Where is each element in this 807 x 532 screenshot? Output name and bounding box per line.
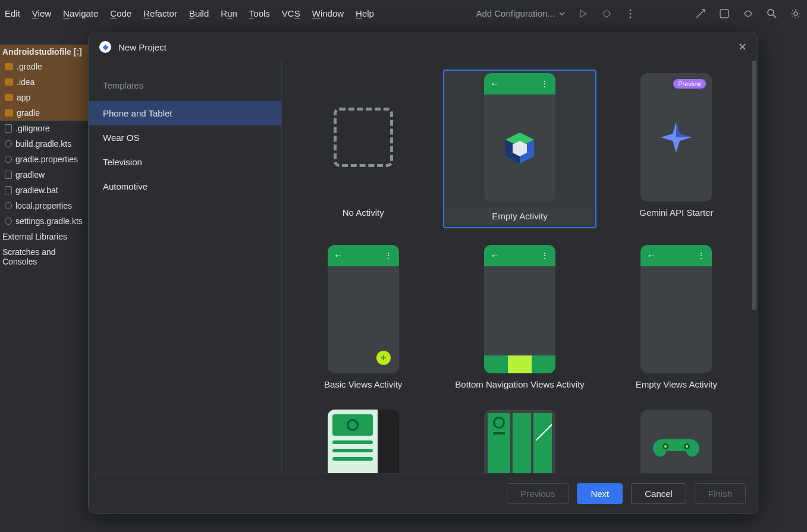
tree-item[interactable]: gradlew [0,167,88,182]
more-icon[interactable] [624,7,637,20]
svg-point-2 [630,12,632,14]
menu-window[interactable]: Window [312,8,344,18]
next-button[interactable]: Next [577,483,623,504]
finish-button: Finish [695,483,746,504]
menu-build[interactable]: Build [189,8,209,18]
tree-item[interactable]: settings.gradle.kts [0,213,88,229]
tree-item-label: app [17,93,30,102]
svg-point-6 [794,12,797,15]
tree-item[interactable]: gradle [0,105,88,121]
tree-item-label: build.gradle.kts [15,139,71,149]
tree-item[interactable]: local.properties [0,198,88,213]
scratches[interactable]: Scratches and Consoles [0,244,88,269]
tree-item[interactable]: app [0,90,88,105]
svg-point-14 [664,445,667,448]
gear-icon [5,218,12,225]
settings-icon[interactable] [789,7,802,20]
new-project-dialog: ◆ New Project ✕ Templates Phone and Tabl… [88,33,758,514]
tree-item[interactable]: .gradle [0,59,88,74]
tool-icon-1[interactable] [694,7,707,20]
template-partial[interactable] [287,406,439,473]
android-studio-logo-icon: ◆ [99,41,111,53]
tree-item[interactable]: .idea [0,74,88,90]
template-label: Empty Activity [447,207,592,225]
scrollbar[interactable] [752,61,756,310]
tree-item-label: settings.gradle.kts [15,216,83,226]
gear-icon [5,202,12,209]
template-basic-views-activity[interactable]: ←⋮+Basic Views Activity [287,241,439,393]
menu-navigate[interactable]: Navigate [63,8,98,18]
external-libraries[interactable]: External Libraries [0,229,88,244]
gear-icon [5,156,12,163]
project-root[interactable]: Androidstudiofile [:] [0,45,88,59]
svg-point-3 [630,16,632,18]
menu-edit[interactable]: EEditdit [5,8,20,18]
tree-item-label: .gitignore [15,124,50,133]
dialog-title: New Project [118,42,167,52]
project-tree: Androidstudiofile [:] .gradle.ideaappgra… [0,45,88,269]
folder-icon [5,78,13,86]
template-partial[interactable] [600,406,753,473]
tree-item[interactable]: gradlew.bat [0,182,88,198]
file-icon [5,124,12,133]
run-config-dropdown[interactable]: Add Configuration... [476,8,566,18]
template-empty-activity[interactable]: ←⋮Empty Activity [443,70,596,228]
svg-rect-4 [720,10,729,18]
category-automotive[interactable]: Automotive [89,174,281,199]
tree-item-label: .gradle [17,62,42,71]
menu-run[interactable]: Run [221,8,237,18]
template-label: Gemini API Starter [639,207,713,218]
close-icon[interactable]: ✕ [738,40,747,53]
template-bottom-navigation-views-activity[interactable]: ←⋮Bottom Navigation Views Activity [443,241,596,393]
folder-icon [5,63,13,70]
category-television[interactable]: Television [89,150,281,174]
tree-item-label: .idea [17,77,34,87]
file-icon [5,186,12,194]
tree-item-label: gradle [17,108,40,118]
template-label: No Activity [343,207,384,218]
tree-item[interactable]: .gitignore [0,121,88,136]
previous-button: Previous [507,483,569,504]
template-grid: No Activity←⋮Empty ActivityPreviewGemini… [282,61,758,473]
template-gemini-api-starter[interactable]: PreviewGemini API Starter [600,70,753,228]
run-icon[interactable] [576,7,589,20]
tree-item[interactable]: gradle.properties [0,152,88,167]
tree-item-label: local.properties [15,201,72,210]
search-icon[interactable] [765,7,778,20]
template-category-sidebar: Templates Phone and TabletWear OSTelevis… [89,61,282,473]
tree-item-label: gradlew.bat [15,185,58,195]
run-config-label: Add Configuration... [476,8,555,18]
menu-help[interactable]: Help [356,8,374,18]
menu-view[interactable]: View [32,8,51,18]
svg-point-5 [768,10,774,15]
gear-icon [5,140,12,147]
cancel-button[interactable]: Cancel [631,483,686,504]
folder-icon [5,94,13,101]
template-label: Basic Views Activity [324,379,402,389]
menu-vcs[interactable]: VCS [282,8,300,18]
template-empty-views-activity[interactable]: ←⋮Empty Views Activity [600,241,753,393]
category-wear-os[interactable]: Wear OS [89,125,281,150]
svg-point-0 [604,11,610,17]
tree-item[interactable]: build.gradle.kts [0,136,88,152]
templates-header: Templates [89,75,281,101]
chevron-down-icon [558,10,566,17]
menu-bar: EEditdit View Navigate Code Refactor Bui… [5,8,374,18]
debug-icon[interactable] [600,7,613,20]
tree-item-label: gradlew [15,170,45,180]
tool-icon-3[interactable] [742,7,755,20]
template-label: Bottom Navigation Views Activity [455,379,584,389]
tree-item-label: gradle.properties [15,155,78,164]
menu-refactor[interactable]: Refactor [143,8,177,18]
template-partial[interactable] [443,406,596,473]
menu-code[interactable]: Code [110,8,131,18]
template-no-activity[interactable]: No Activity [287,70,439,228]
tool-icon-2[interactable] [718,7,731,20]
svg-point-15 [686,445,688,448]
file-icon [5,171,12,179]
menu-tools[interactable]: Tools [249,8,270,18]
category-phone-and-tablet[interactable]: Phone and Tablet [89,101,281,125]
svg-point-1 [630,9,632,11]
folder-icon [5,109,13,117]
template-label: Empty Views Activity [636,379,717,389]
